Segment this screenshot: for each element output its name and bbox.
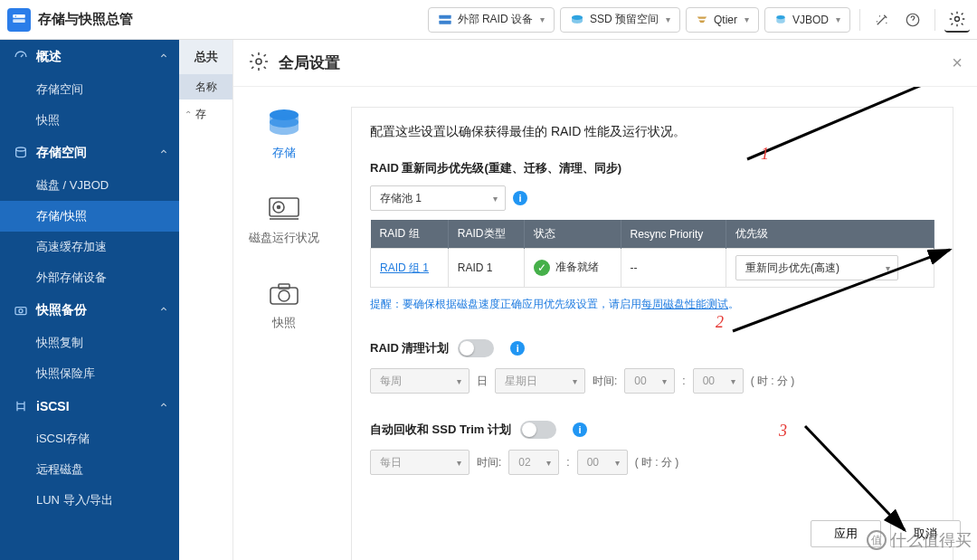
settings-dialog: 全局设置 × 存储 磁盘运行状况 快照: [233, 40, 977, 560]
nav-item-snapshot-overview[interactable]: 快照: [0, 105, 179, 136]
gear-icon: [248, 51, 270, 75]
annotation-2: 2: [716, 313, 724, 332]
help-icon[interactable]: [900, 7, 925, 33]
qtier-button[interactable]: Qtier▾: [686, 7, 759, 33]
midcol-total-label: 总共: [179, 40, 232, 74]
nav-item-lun-io[interactable]: LUN 导入/导出: [0, 485, 179, 516]
dashboard-icon: [13, 49, 29, 65]
th-status: 状态: [525, 220, 621, 249]
disks-icon: [13, 145, 29, 161]
storage-stack-icon: [264, 109, 304, 139]
nav-group-snapshot-backup[interactable]: 快照备份⌵: [0, 293, 179, 327]
svg-point-2: [15, 15, 17, 17]
app-title-wrap: 存储与快照总管: [7, 8, 133, 32]
content-area: 配置这些设置以确保获得最佳的 RAID 性能及运行状况。 RAID 重新同步优先…: [335, 87, 977, 560]
scrub-toggle[interactable]: [458, 339, 494, 357]
watermark-icon: 值: [867, 530, 887, 550]
raid-group-link[interactable]: RAID 组 1: [380, 261, 429, 274]
svg-point-19: [279, 290, 289, 301]
hdd-icon: [264, 194, 304, 224]
svg-point-9: [16, 147, 26, 151]
arrow-2: [724, 241, 959, 340]
trim-freq-select[interactable]: 每日: [370, 450, 470, 475]
nav-item-snapshot-replica[interactable]: 快照复制: [0, 327, 179, 358]
nav-item-iscsi-storage[interactable]: iSCSI存储: [0, 423, 179, 454]
watermark: 值 什么值得买: [867, 529, 972, 551]
nav-item-storage-snapshot[interactable]: 存储/快照: [0, 201, 179, 232]
scrub-section: RAID 清理计划 i 每周 日 星期日 时间: 00 : 00 ( 时 : 分…: [370, 339, 934, 394]
app-icon: [7, 8, 31, 32]
svg-point-12: [256, 59, 261, 64]
svg-line-22: [733, 250, 950, 331]
weekly-test-link[interactable]: 每周磁盘性能测试: [641, 298, 728, 310]
trim-min-select[interactable]: 00: [577, 450, 628, 475]
th-type: RAID类型: [448, 220, 524, 249]
wand-icon[interactable]: [869, 7, 895, 33]
nav-item-remote-disk[interactable]: 远程磁盘: [0, 454, 179, 485]
svg-point-8: [955, 16, 960, 21]
resync-title: RAID 重新同步优先级(重建、迁移、清理、同步): [370, 160, 621, 176]
arrow-3: [796, 422, 923, 539]
nav-item-storage-overview[interactable]: 存储空间: [0, 74, 179, 105]
trim-toggle[interactable]: [520, 421, 556, 439]
svg-rect-4: [439, 20, 451, 24]
th-resync: Resync Priority: [621, 220, 726, 249]
svg-rect-0: [13, 14, 25, 18]
th-group: RAID 组: [371, 220, 449, 249]
annotation-1: 1: [761, 145, 769, 164]
midcol-name-label: 名称: [179, 74, 232, 100]
tab-storage[interactable]: 存储: [264, 109, 304, 161]
close-icon[interactable]: ×: [952, 52, 963, 73]
gear-icon[interactable]: [944, 7, 970, 33]
nav-item-external-storage[interactable]: 外部存储设备: [0, 262, 179, 293]
svg-rect-3: [439, 14, 451, 18]
middle-column: 总共 名称 ⌃存: [179, 40, 233, 560]
camera-icon: [13, 302, 29, 318]
scrub-day-select[interactable]: 星期日: [495, 368, 585, 394]
camera-icon: [264, 279, 304, 309]
nav-item-disks-vjbod[interactable]: 磁盘 / VJBOD: [0, 170, 179, 201]
svg-point-14: [270, 117, 299, 128]
external-raid-button[interactable]: 外部 RAID 设备▾: [428, 7, 555, 33]
nav-group-overview[interactable]: 概述⌵: [0, 40, 179, 74]
svg-rect-1: [13, 19, 25, 23]
nav-group-iscsi[interactable]: iSCSI⌵: [0, 389, 179, 423]
panel-title: 全局设置: [279, 52, 340, 73]
tab-disk-health[interactable]: 磁盘运行状况: [249, 194, 319, 246]
app-title: 存储与快照总管: [38, 11, 133, 28]
raid-type-cell: RAID 1: [448, 249, 524, 288]
scrub-min-select[interactable]: 00: [693, 368, 744, 394]
annotation-3: 3: [779, 422, 787, 441]
panel-header: 全局设置: [233, 40, 977, 87]
pool-select[interactable]: 存储池 1: [370, 185, 506, 211]
svg-point-17: [278, 206, 280, 209]
vjbod-button[interactable]: VJBOD▾: [764, 7, 850, 33]
trim-title: 自动回收和 SSD Trim 计划: [370, 422, 511, 438]
raid-status-cell: ✓准备就绪: [525, 249, 621, 288]
svg-point-11: [19, 309, 23, 313]
trim-hour-select[interactable]: 02: [508, 450, 559, 475]
check-icon: ✓: [534, 260, 550, 276]
top-bar: 存储与快照总管 外部 RAID 设备▾ SSD 预留空间▾ Qtier▾ VJB…: [0, 0, 977, 40]
ssd-button[interactable]: SSD 预留空间▾: [560, 7, 680, 33]
scrub-title: RAID 清理计划: [370, 340, 449, 356]
svg-line-21: [747, 87, 964, 159]
nav-group-storage[interactable]: 存储空间⌵: [0, 136, 179, 170]
scrub-freq-select[interactable]: 每周: [370, 368, 470, 394]
nav-item-cache-accel[interactable]: 高速缓存加速: [0, 232, 179, 262]
sidebar: 概述⌵ 存储空间 快照 存储空间⌵ 磁盘 / VJBOD 存储/快照 高速缓存加…: [0, 40, 179, 560]
iscsi-icon: [13, 398, 29, 414]
resync-cell: --: [621, 249, 726, 288]
tab-snapshot[interactable]: 快照: [264, 279, 304, 331]
tab-rail: 存储 磁盘运行状况 快照: [233, 87, 335, 560]
info-icon[interactable]: i: [510, 341, 525, 356]
svg-rect-10: [15, 308, 26, 315]
nav-item-snapshot-vault[interactable]: 快照保险库: [0, 358, 179, 389]
info-icon[interactable]: i: [573, 422, 587, 437]
svg-line-23: [805, 426, 905, 530]
scrub-hour-select[interactable]: 00: [624, 368, 675, 394]
svg-rect-20: [279, 284, 289, 289]
midcol-row[interactable]: ⌃存: [179, 100, 232, 130]
info-icon[interactable]: i: [513, 191, 527, 205]
